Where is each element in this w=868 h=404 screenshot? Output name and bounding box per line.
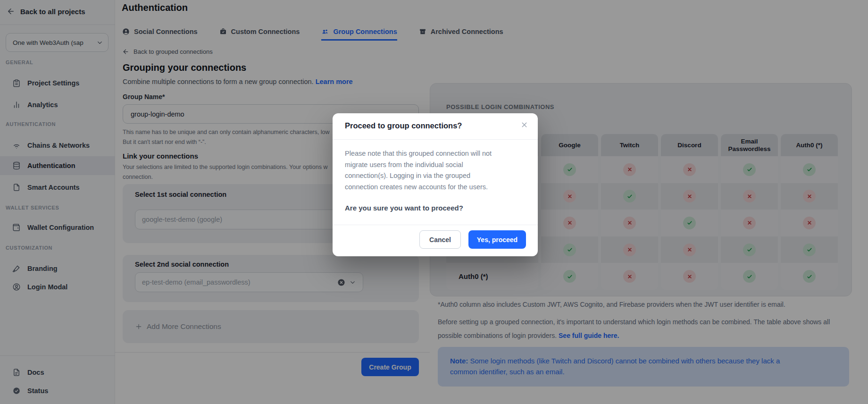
close-icon[interactable] [520,121,528,129]
yes-proceed-button[interactable]: Yes, proceed [468,230,526,249]
modal-title: Proceed to group connections? [345,121,462,130]
modal-body: Please note that this grouped connection… [345,148,525,193]
proceed-modal: Proceed to group connections? Please not… [333,113,538,256]
modal-question: Are you sure you want to proceed? [345,204,463,212]
modal-divider [333,139,538,140]
app-window: Back to all projects One with Web3Auth (… [0,0,868,404]
cancel-button[interactable]: Cancel [419,230,461,249]
modal-divider [333,225,538,225]
